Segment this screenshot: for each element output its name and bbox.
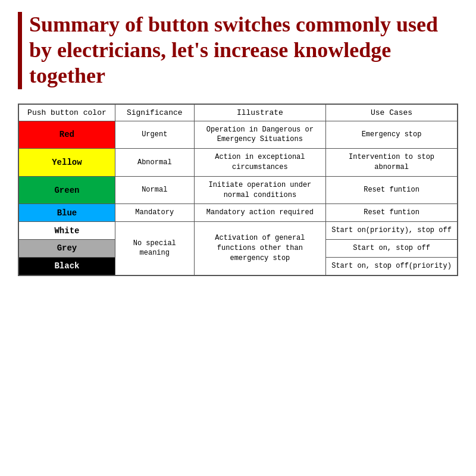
color-cell-blue: Blue xyxy=(18,204,115,222)
color-cell-yellow: Yellow xyxy=(18,149,115,177)
color-cell-black: Black xyxy=(18,257,115,275)
color-cell-red: Red xyxy=(18,121,115,149)
table-row-white: White No special meaning Activation of g… xyxy=(18,222,458,240)
table-section: Push button color Significance Illustrat… xyxy=(12,104,464,464)
table-row-green: Green Normal Initiate operation under no… xyxy=(18,176,458,204)
illustrate-blue: Mandatory action required xyxy=(194,204,325,222)
color-cell-grey: Grey xyxy=(18,239,115,257)
table-row-yellow: Yellow Abnormal Action in exceptional ci… xyxy=(18,149,458,177)
color-cell-white: White xyxy=(18,222,115,240)
table-header-row: Push button color Significance Illustrat… xyxy=(18,104,458,121)
illustrate-yellow: Action in exceptional circumstances xyxy=(194,149,325,177)
title-section: Summary of button switches commonly used… xyxy=(18,12,464,89)
usecase-black: Start on, stop off(priority) xyxy=(326,257,458,275)
table-row-blue: Blue Mandatory Mandatory action required… xyxy=(18,204,458,222)
page-title: Summary of button switches commonly used… xyxy=(29,12,464,89)
table-row-red: Red Urgent Operation in Dangerous or Eme… xyxy=(18,121,458,149)
page-container: Summary of button switches commonly used… xyxy=(0,0,476,476)
title-bar-accent xyxy=(18,12,22,89)
header-illustrate: Illustrate xyxy=(194,104,325,121)
button-color-table: Push button color Significance Illustrat… xyxy=(18,104,458,276)
significance-green: Normal xyxy=(115,176,194,204)
illustrate-red: Operation in Dangerous or Emergency Situ… xyxy=(194,121,325,149)
usecase-yellow: Intervention to stop abnormal xyxy=(326,149,458,177)
usecase-blue: Reset funtion xyxy=(326,204,458,222)
significance-no-special: No special meaning xyxy=(115,222,194,275)
usecase-red: Emergency stop xyxy=(326,121,458,149)
illustrate-green: Initiate operation under normal conditio… xyxy=(194,176,325,204)
header-color: Push button color xyxy=(18,104,115,121)
usecase-grey: Start on, stop off xyxy=(326,239,458,257)
usecase-white: Start on(priority), stop off xyxy=(326,222,458,240)
illustrate-no-special: Activation of general functions other th… xyxy=(194,222,325,275)
significance-blue: Mandatory xyxy=(115,204,194,222)
significance-red: Urgent xyxy=(115,121,194,149)
color-cell-green: Green xyxy=(18,176,115,204)
header-significance: Significance xyxy=(115,104,194,121)
header-use-cases: Use Cases xyxy=(326,104,458,121)
usecase-green: Reset funtion xyxy=(326,176,458,204)
significance-yellow: Abnormal xyxy=(115,149,194,177)
